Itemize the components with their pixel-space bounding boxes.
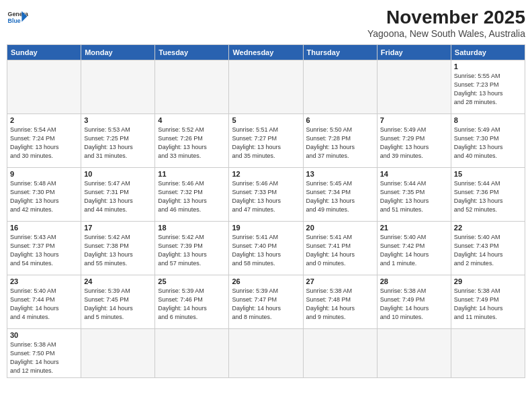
page-header: General Blue November 2025 Yagoona, New … (7, 7, 525, 39)
calendar-day-cell: 14Sunrise: 5:44 AM Sunset: 7:35 PM Dayli… (377, 168, 451, 222)
calendar-week-row: 9Sunrise: 5:48 AM Sunset: 7:30 PM Daylig… (7, 168, 525, 222)
calendar-day-cell: 1Sunrise: 5:55 AM Sunset: 7:23 PM Daylig… (451, 60, 525, 114)
day-number: 8 (454, 116, 522, 124)
day-info: Sunrise: 5:51 AM Sunset: 7:27 PM Dayligh… (232, 126, 300, 161)
calendar-day-cell (7, 60, 81, 114)
calendar-day-cell: 24Sunrise: 5:39 AM Sunset: 7:45 PM Dayli… (81, 275, 155, 329)
day-number: 7 (380, 116, 448, 124)
day-of-week-header: Monday (81, 45, 155, 60)
calendar-day-cell (81, 329, 155, 378)
day-info: Sunrise: 5:42 AM Sunset: 7:38 PM Dayligh… (84, 233, 152, 268)
day-info: Sunrise: 5:52 AM Sunset: 7:26 PM Dayligh… (158, 126, 226, 161)
day-number: 5 (232, 116, 300, 124)
calendar-week-row: 16Sunrise: 5:43 AM Sunset: 7:37 PM Dayli… (7, 222, 525, 275)
calendar-day-cell: 25Sunrise: 5:39 AM Sunset: 7:46 PM Dayli… (155, 275, 229, 329)
day-info: Sunrise: 5:49 AM Sunset: 7:30 PM Dayligh… (454, 126, 522, 161)
day-number: 20 (306, 224, 374, 232)
calendar-header-row: SundayMondayTuesdayWednesdayThursdayFrid… (7, 45, 525, 60)
calendar-day-cell: 8Sunrise: 5:49 AM Sunset: 7:30 PM Daylig… (451, 114, 525, 168)
calendar-week-row: 30Sunrise: 5:38 AM Sunset: 7:50 PM Dayli… (7, 329, 525, 378)
calendar-day-cell (155, 329, 229, 378)
calendar-day-cell: 17Sunrise: 5:42 AM Sunset: 7:38 PM Dayli… (81, 222, 155, 275)
day-number: 3 (84, 116, 152, 124)
day-info: Sunrise: 5:50 AM Sunset: 7:28 PM Dayligh… (306, 126, 374, 161)
day-number: 6 (306, 116, 374, 124)
day-info: Sunrise: 5:38 AM Sunset: 7:48 PM Dayligh… (306, 287, 374, 322)
calendar-day-cell: 9Sunrise: 5:48 AM Sunset: 7:30 PM Daylig… (7, 168, 81, 222)
calendar-day-cell: 22Sunrise: 5:40 AM Sunset: 7:43 PM Dayli… (451, 222, 525, 275)
calendar-day-cell: 5Sunrise: 5:51 AM Sunset: 7:27 PM Daylig… (229, 114, 303, 168)
day-number: 30 (10, 331, 78, 339)
location-subtitle: Yagoona, New South Wales, Australia (367, 28, 525, 39)
day-info: Sunrise: 5:53 AM Sunset: 7:25 PM Dayligh… (84, 126, 152, 161)
day-number: 19 (232, 224, 300, 232)
calendar-day-cell: 4Sunrise: 5:52 AM Sunset: 7:26 PM Daylig… (155, 114, 229, 168)
day-info: Sunrise: 5:41 AM Sunset: 7:40 PM Dayligh… (232, 233, 300, 268)
calendar-day-cell (451, 329, 525, 378)
day-info: Sunrise: 5:40 AM Sunset: 7:43 PM Dayligh… (454, 233, 522, 268)
day-number: 11 (158, 170, 226, 178)
day-info: Sunrise: 5:46 AM Sunset: 7:33 PM Dayligh… (232, 179, 300, 214)
calendar-week-row: 23Sunrise: 5:40 AM Sunset: 7:44 PM Dayli… (7, 275, 525, 329)
calendar-day-cell: 26Sunrise: 5:39 AM Sunset: 7:47 PM Dayli… (229, 275, 303, 329)
day-number: 27 (306, 277, 374, 285)
calendar-day-cell: 2Sunrise: 5:54 AM Sunset: 7:24 PM Daylig… (7, 114, 81, 168)
day-info: Sunrise: 5:55 AM Sunset: 7:23 PM Dayligh… (454, 72, 522, 107)
day-of-week-header: Sunday (7, 45, 81, 60)
calendar-day-cell (377, 60, 451, 114)
day-info: Sunrise: 5:39 AM Sunset: 7:47 PM Dayligh… (232, 287, 300, 322)
logo: General Blue (7, 7, 28, 28)
day-info: Sunrise: 5:39 AM Sunset: 7:46 PM Dayligh… (158, 287, 226, 322)
calendar-day-cell: 29Sunrise: 5:38 AM Sunset: 7:49 PM Dayli… (451, 275, 525, 329)
svg-text:Blue: Blue (8, 17, 21, 24)
day-number: 14 (380, 170, 448, 178)
calendar-day-cell: 20Sunrise: 5:41 AM Sunset: 7:41 PM Dayli… (303, 222, 377, 275)
day-number: 25 (158, 277, 226, 285)
day-number: 16 (10, 224, 78, 232)
calendar-day-cell: 21Sunrise: 5:40 AM Sunset: 7:42 PM Dayli… (377, 222, 451, 275)
day-info: Sunrise: 5:47 AM Sunset: 7:31 PM Dayligh… (84, 179, 152, 214)
calendar-day-cell: 3Sunrise: 5:53 AM Sunset: 7:25 PM Daylig… (81, 114, 155, 168)
day-number: 12 (232, 170, 300, 178)
calendar-day-cell: 30Sunrise: 5:38 AM Sunset: 7:50 PM Dayli… (7, 329, 81, 378)
day-number: 17 (84, 224, 152, 232)
day-info: Sunrise: 5:54 AM Sunset: 7:24 PM Dayligh… (10, 126, 78, 161)
day-info: Sunrise: 5:48 AM Sunset: 7:30 PM Dayligh… (10, 179, 78, 214)
day-number: 1 (454, 62, 522, 71)
calendar-day-cell: 18Sunrise: 5:42 AM Sunset: 7:39 PM Dayli… (155, 222, 229, 275)
day-number: 18 (158, 224, 226, 232)
title-block: November 2025 Yagoona, New South Wales, … (367, 7, 525, 39)
calendar-day-cell (155, 60, 229, 114)
day-of-week-header: Wednesday (229, 45, 303, 60)
day-number: 13 (306, 170, 374, 178)
day-number: 23 (10, 277, 78, 285)
day-number: 10 (84, 170, 152, 178)
day-of-week-header: Tuesday (155, 45, 229, 60)
day-info: Sunrise: 5:49 AM Sunset: 7:29 PM Dayligh… (380, 126, 448, 161)
calendar-day-cell (303, 329, 377, 378)
calendar-day-cell: 7Sunrise: 5:49 AM Sunset: 7:29 PM Daylig… (377, 114, 451, 168)
month-title: November 2025 (367, 7, 525, 28)
day-of-week-header: Thursday (303, 45, 377, 60)
calendar-day-cell: 19Sunrise: 5:41 AM Sunset: 7:40 PM Dayli… (229, 222, 303, 275)
day-number: 9 (10, 170, 78, 178)
calendar-day-cell (229, 60, 303, 114)
day-number: 21 (380, 224, 448, 232)
calendar-day-cell (303, 60, 377, 114)
calendar-table: SundayMondayTuesdayWednesdayThursdayFrid… (7, 44, 525, 378)
calendar-week-row: 2Sunrise: 5:54 AM Sunset: 7:24 PM Daylig… (7, 114, 525, 168)
day-of-week-header: Saturday (451, 45, 525, 60)
day-info: Sunrise: 5:40 AM Sunset: 7:42 PM Dayligh… (380, 233, 448, 268)
day-info: Sunrise: 5:38 AM Sunset: 7:49 PM Dayligh… (380, 287, 448, 322)
calendar-day-cell: 13Sunrise: 5:45 AM Sunset: 7:34 PM Dayli… (303, 168, 377, 222)
calendar-day-cell (81, 60, 155, 114)
logo-icon: General Blue (7, 7, 28, 28)
calendar-day-cell: 6Sunrise: 5:50 AM Sunset: 7:28 PM Daylig… (303, 114, 377, 168)
day-info: Sunrise: 5:38 AM Sunset: 7:49 PM Dayligh… (454, 287, 522, 322)
day-number: 28 (380, 277, 448, 285)
day-info: Sunrise: 5:44 AM Sunset: 7:36 PM Dayligh… (454, 179, 522, 214)
day-info: Sunrise: 5:44 AM Sunset: 7:35 PM Dayligh… (380, 179, 448, 214)
calendar-day-cell: 11Sunrise: 5:46 AM Sunset: 7:32 PM Dayli… (155, 168, 229, 222)
day-info: Sunrise: 5:45 AM Sunset: 7:34 PM Dayligh… (306, 179, 374, 214)
day-number: 15 (454, 170, 522, 178)
